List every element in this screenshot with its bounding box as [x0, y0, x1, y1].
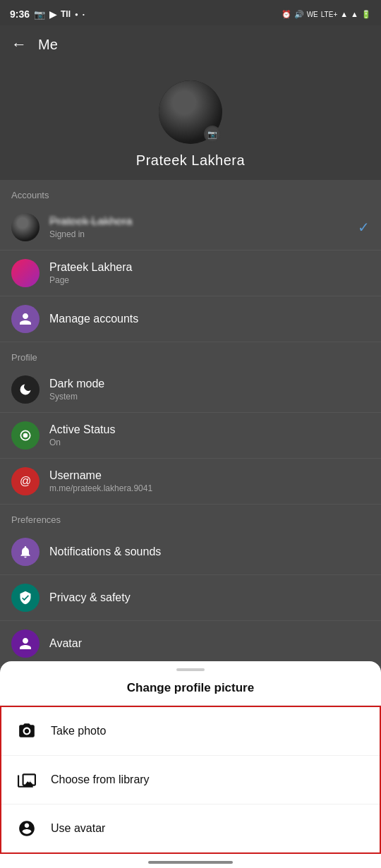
username-subtitle: m.me/prateek.lakhera.9041 — [49, 483, 370, 493]
active-status-text: Active Status On — [49, 423, 370, 447]
dark-mode-text: Dark mode System — [49, 378, 370, 402]
sheet-title: Change profile picture — [0, 674, 381, 706]
header: ← Me — [0, 25, 381, 64]
dot-icon: ● — [75, 11, 78, 18]
account-text-current: Prateek Lakhera Signed in — [49, 215, 358, 239]
youtube-icon: ▶ — [49, 9, 56, 20]
bottom-sheet: Change profile picture Take photo Choose… — [0, 661, 381, 868]
library-icon — [16, 768, 38, 791]
check-icon: ✓ — [358, 219, 370, 236]
status-left: 9:36 📷 ▶ TII ● • — [10, 8, 85, 20]
dark-mode-title: Dark mode — [49, 378, 370, 390]
accounts-section-label: Accounts — [0, 180, 381, 205]
take-photo-option[interactable]: Take photo — [1, 707, 380, 756]
active-status-icon — [11, 421, 40, 450]
use-avatar-icon — [16, 817, 38, 840]
signal-bars-icon: ▲ — [340, 10, 348, 18]
notifications-icon — [11, 538, 40, 566]
bottom-indicator — [148, 861, 233, 864]
profile-section-label: Profile — [0, 342, 381, 367]
use-avatar-option[interactable]: Use avatar — [1, 804, 380, 852]
camera-icon — [16, 720, 38, 742]
avatar-title: Avatar — [49, 637, 370, 650]
avatar-item[interactable]: Avatar — [0, 621, 381, 667]
account-avatar-page — [11, 259, 40, 287]
username-icon: @ — [11, 467, 40, 495]
profile-name: Prateek Lakhera — [136, 152, 245, 169]
status-time: 9:36 — [10, 8, 30, 20]
active-status-item[interactable]: Active Status On — [0, 413, 381, 459]
volume-icon: 🔊 — [294, 10, 304, 19]
active-status-subtitle: On — [49, 438, 370, 447]
avatar-menu-icon — [11, 629, 40, 658]
active-status-title: Active Status — [49, 423, 370, 436]
privacy-item[interactable]: Privacy & safety — [0, 575, 381, 621]
avatar-edit-badge[interactable]: 📷 — [204, 126, 221, 143]
privacy-text: Privacy & safety — [49, 591, 370, 604]
use-avatar-label: Use avatar — [51, 822, 105, 835]
manage-accounts-icon — [11, 305, 40, 333]
take-photo-label: Take photo — [51, 725, 106, 737]
account-item-current[interactable]: Prateek Lakhera Signed in ✓ — [0, 205, 381, 251]
account-avatar-img — [11, 213, 40, 241]
manage-accounts-text: Manage accounts — [49, 313, 370, 325]
dot2-icon: • — [83, 11, 85, 18]
privacy-icon — [11, 584, 40, 612]
signal-icon: TII — [61, 9, 71, 19]
account-name-current: Prateek Lakhera — [49, 215, 358, 228]
dark-mode-item[interactable]: Dark mode System — [0, 367, 381, 413]
manage-accounts-item[interactable]: Manage accounts — [0, 296, 381, 342]
sheet-handle — [176, 668, 205, 671]
choose-library-option[interactable]: Choose from library — [1, 756, 380, 804]
username-text: Username m.me/prateek.lakhera.9041 — [49, 469, 370, 493]
dark-mode-subtitle: System — [49, 392, 370, 402]
account-text-page: Prateek Lakhera Page — [49, 261, 370, 285]
dark-mode-icon — [11, 375, 40, 404]
svg-point-1 — [23, 433, 28, 438]
battery-icon: 🔋 — [361, 10, 371, 19]
manage-accounts-label: Manage accounts — [49, 313, 370, 325]
instagram-icon: 📷 — [34, 9, 45, 20]
notifications-text: Notifications & sounds — [49, 545, 370, 558]
account-subtitle-current: Signed in — [49, 229, 358, 239]
account-avatar-current — [11, 213, 40, 241]
profile-section: 📷 Prateek Lakhera — [0, 64, 381, 180]
lte-icon: LTE+ — [321, 11, 337, 18]
notifications-item[interactable]: Notifications & sounds — [0, 529, 381, 575]
sheet-options: Take photo Choose from library Use avata… — [0, 706, 381, 854]
status-right: ⏰ 🔊 WE LTE+ ▲ ▲ 🔋 — [282, 10, 371, 19]
signal2-icon: ▲ — [351, 10, 358, 18]
username-title: Username — [49, 469, 370, 482]
username-item[interactable]: @ Username m.me/prateek.lakhera.9041 — [0, 459, 381, 505]
avatar-container[interactable]: 📷 — [159, 80, 222, 144]
wifi-icon: WE — [307, 11, 318, 18]
preferences-section-label: Preferences — [0, 505, 381, 529]
page-title: Me — [38, 37, 58, 53]
choose-library-label: Choose from library — [51, 773, 150, 786]
privacy-title: Privacy & safety — [49, 591, 370, 604]
camera-badge-icon: 📷 — [207, 130, 217, 139]
alarm-icon: ⏰ — [282, 10, 291, 19]
avatar-text: Avatar — [49, 637, 370, 650]
status-bar: 9:36 📷 ▶ TII ● • ⏰ 🔊 WE LTE+ ▲ ▲ 🔋 — [0, 0, 381, 25]
notifications-title: Notifications & sounds — [49, 545, 370, 558]
account-subtitle-page: Page — [49, 275, 370, 285]
account-name-page: Prateek Lakhera — [49, 261, 370, 274]
back-button[interactable]: ← — [11, 35, 27, 54]
account-item-page[interactable]: Prateek Lakhera Page — [0, 251, 381, 296]
